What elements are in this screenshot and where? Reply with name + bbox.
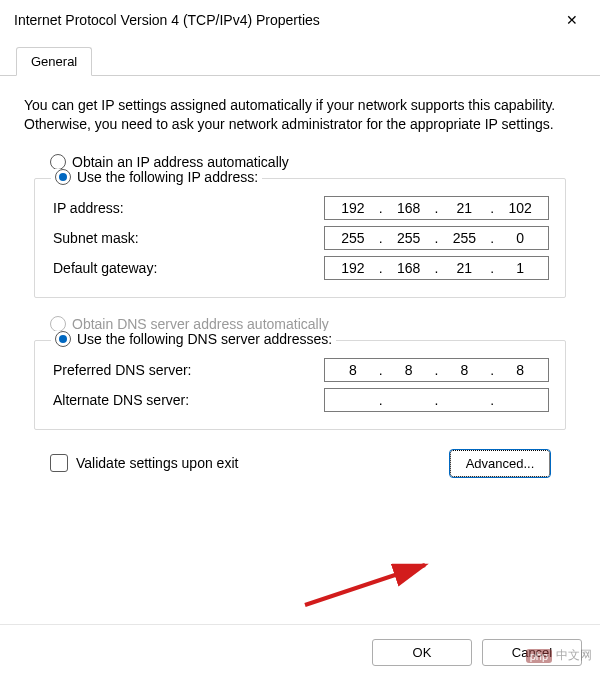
advanced-button[interactable]: Advanced... [450,450,550,477]
preferred-dns-input[interactable]: 8. 8. 8. 8 [324,358,549,382]
watermark-badge: php [526,649,552,663]
content-area: You can get IP settings assigned automat… [0,76,600,624]
button-bar: OK Cancel [0,624,600,682]
ip-address-input[interactable]: 192. 168. 21. 102 [324,196,549,220]
row-default-gateway: Default gateway: 192. 168. 21. 1 [51,253,549,283]
radio-ip-manual-label: Use the following IP address: [77,169,258,185]
subnet-mask-label: Subnet mask: [51,230,324,246]
alternate-dns-input[interactable]: . . . [324,388,549,412]
footer-row: Validate settings upon exit Advanced... [34,450,566,477]
row-ip-address: IP address: 192. 168. 21. 102 [51,193,549,223]
radio-dns-manual[interactable]: Use the following DNS server addresses: [51,331,336,347]
ip-address-label: IP address: [51,200,324,216]
radio-icon [50,154,66,170]
radio-icon [55,331,71,347]
watermark: php 中文网 [526,647,592,664]
tab-strip: General [0,40,600,76]
alternate-dns-label: Alternate DNS server: [51,392,324,408]
intro-text: You can get IP settings assigned automat… [24,96,576,134]
ok-button[interactable]: OK [372,639,472,666]
row-alternate-dns: Alternate DNS server: . . . [51,385,549,415]
subnet-mask-input[interactable]: 255. 255. 255. 0 [324,226,549,250]
group-dns: Use the following DNS server addresses: … [34,340,566,430]
tab-general[interactable]: General [16,47,92,76]
group-ip: Use the following IP address: IP address… [34,178,566,298]
validate-label: Validate settings upon exit [76,455,238,471]
watermark-text: 中文网 [556,647,592,664]
default-gateway-input[interactable]: 192. 168. 21. 1 [324,256,549,280]
validate-checkbox-row[interactable]: Validate settings upon exit [50,454,238,472]
preferred-dns-label: Preferred DNS server: [51,362,324,378]
radio-icon [50,316,66,332]
radio-dns-auto-label: Obtain DNS server address automatically [72,316,329,332]
close-icon[interactable]: ✕ [558,8,586,32]
row-preferred-dns: Preferred DNS server: 8. 8. 8. 8 [51,355,549,385]
default-gateway-label: Default gateway: [51,260,324,276]
window-title: Internet Protocol Version 4 (TCP/IPv4) P… [14,12,320,28]
radio-icon [55,169,71,185]
radio-ip-auto-label: Obtain an IP address automatically [72,154,289,170]
row-subnet-mask: Subnet mask: 255. 255. 255. 0 [51,223,549,253]
tcpip-properties-dialog: Internet Protocol Version 4 (TCP/IPv4) P… [0,0,600,682]
radio-ip-manual[interactable]: Use the following IP address: [51,169,262,185]
titlebar: Internet Protocol Version 4 (TCP/IPv4) P… [0,0,600,40]
radio-dns-manual-label: Use the following DNS server addresses: [77,331,332,347]
checkbox-icon [50,454,68,472]
